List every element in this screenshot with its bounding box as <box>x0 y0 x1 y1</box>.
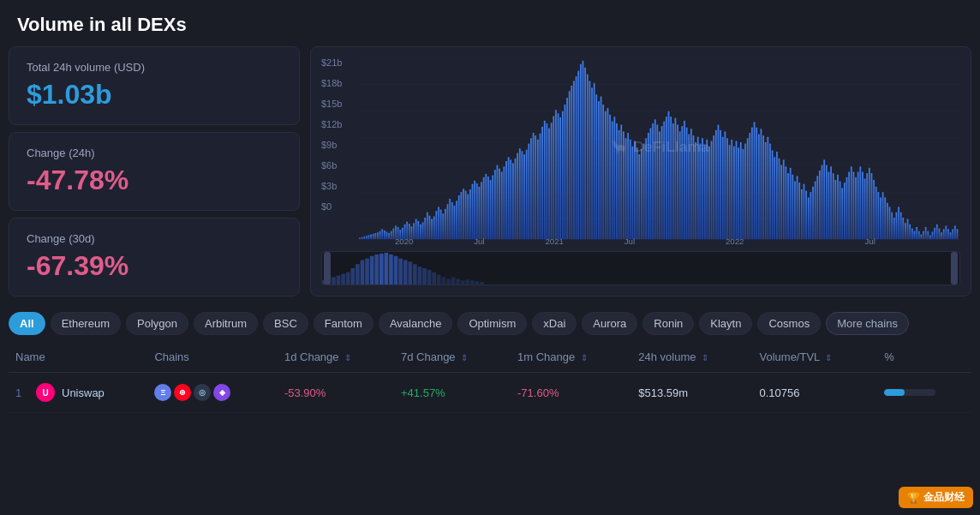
svg-rect-76 <box>512 163 514 239</box>
chain-btn-arbitrum[interactable]: Arbitrum <box>194 312 258 335</box>
svg-rect-94 <box>553 116 554 239</box>
chain-btn-ethereum[interactable]: Ethereum <box>51 312 121 335</box>
chain-btn-more[interactable]: More chains <box>826 312 909 335</box>
chain-btn-bsc[interactable]: BSC <box>263 312 308 335</box>
svg-rect-191 <box>772 150 774 239</box>
svg-rect-242 <box>887 203 888 239</box>
svg-rect-218 <box>833 173 834 239</box>
chain-btn-cosmos[interactable]: Cosmos <box>757 312 821 335</box>
svg-rect-73 <box>505 161 507 239</box>
svg-rect-229 <box>858 172 859 240</box>
svg-rect-145 <box>668 111 670 239</box>
svg-rect-215 <box>826 165 828 239</box>
chart-svg-area: 2020 Jul 2021 Jul 2022 Jul 🦙 DeFiLlama <box>359 57 960 246</box>
row-1d-change: -53.90% <box>278 373 394 413</box>
token-name[interactable]: Uniswap <box>62 386 105 399</box>
row-1m-change: -71.60% <box>511 373 631 413</box>
svg-rect-302 <box>422 268 427 284</box>
svg-rect-312 <box>470 280 475 284</box>
svg-rect-308 <box>451 277 456 284</box>
svg-rect-44 <box>440 210 442 240</box>
svg-rect-199 <box>790 168 792 239</box>
chain-btn-ronin[interactable]: Ronin <box>642 312 694 335</box>
col-1d-change[interactable]: 1d Change ⇕ <box>278 342 394 373</box>
svg-rect-68 <box>494 170 496 239</box>
sort-icon-vol-tvl: ⇕ <box>825 353 832 362</box>
svg-rect-109 <box>587 75 589 240</box>
svg-rect-172 <box>729 145 731 239</box>
col-1m-change[interactable]: 1m Change ⇕ <box>511 342 631 373</box>
chain-filter-bar: All Ethereum Polygon Arbitrum BSC Fantom… <box>0 305 980 342</box>
chart-minimap[interactable] <box>321 251 960 285</box>
col-7d-change[interactable]: 7d Change ⇕ <box>394 342 511 373</box>
table-row[interactable]: 1 U Uniswap Ξ ⊕ ◎ ◈ <box>9 373 971 413</box>
svg-rect-10 <box>363 237 365 239</box>
svg-rect-247 <box>898 207 899 239</box>
svg-rect-270 <box>950 232 952 239</box>
svg-rect-59 <box>474 181 475 239</box>
svg-rect-267 <box>943 229 945 239</box>
svg-text:🦙 DeFiLlama: 🦙 DeFiLlama <box>610 139 709 156</box>
minimap-right-handle[interactable] <box>951 252 958 284</box>
svg-rect-148 <box>675 118 677 239</box>
svg-rect-290 <box>365 259 369 284</box>
svg-rect-35 <box>420 225 421 239</box>
svg-rect-89 <box>541 127 543 239</box>
svg-rect-177 <box>740 142 742 239</box>
svg-rect-11 <box>366 236 368 239</box>
svg-text:Jul: Jul <box>474 238 484 246</box>
svg-rect-80 <box>522 151 523 239</box>
chain-btn-fantom[interactable]: Fantom <box>314 312 373 335</box>
svg-rect-84 <box>530 138 532 239</box>
svg-rect-181 <box>749 133 750 239</box>
change-24h-value: -47.78% <box>27 165 282 196</box>
svg-rect-92 <box>548 129 550 240</box>
svg-rect-60 <box>476 183 478 239</box>
svg-rect-271 <box>952 229 953 239</box>
svg-rect-209 <box>812 187 814 239</box>
svg-rect-249 <box>902 218 904 239</box>
chain-btn-polygon[interactable]: Polygon <box>126 312 188 335</box>
change-30d-label: Change (30d) <box>27 232 282 245</box>
svg-rect-296 <box>394 256 398 284</box>
chain-btn-all[interactable]: All <box>9 312 45 335</box>
chart-container: $21b $18b $15b $12b $9b $6b $3b $0 <box>321 57 960 246</box>
svg-rect-161 <box>704 145 706 239</box>
svg-rect-159 <box>700 144 702 240</box>
svg-rect-29 <box>406 222 408 239</box>
svg-rect-243 <box>889 207 891 239</box>
svg-rect-256 <box>918 231 920 239</box>
chain-btn-xdai[interactable]: xDai <box>532 312 577 335</box>
svg-rect-170 <box>724 131 726 239</box>
minimap-left-handle[interactable] <box>324 252 331 284</box>
chain-btn-optimism[interactable]: Optimism <box>457 312 527 335</box>
svg-rect-184 <box>756 128 757 239</box>
chain-btn-aurora[interactable]: Aurora <box>582 312 637 335</box>
svg-rect-297 <box>398 259 403 284</box>
svg-rect-102 <box>571 86 572 239</box>
svg-rect-28 <box>404 225 406 239</box>
svg-rect-43 <box>438 207 439 239</box>
svg-rect-310 <box>461 280 465 284</box>
col-percent: % <box>877 342 971 373</box>
svg-rect-236 <box>873 180 875 239</box>
col-24h-volume[interactable]: 24h volume ⇕ <box>631 342 752 373</box>
svg-rect-167 <box>718 125 720 240</box>
svg-rect-265 <box>939 229 941 240</box>
svg-rect-121 <box>613 117 615 239</box>
svg-rect-207 <box>808 197 810 239</box>
svg-rect-97 <box>559 117 561 239</box>
col-volume-tvl[interactable]: Volume/TVL ⇕ <box>753 342 878 373</box>
svg-rect-118 <box>607 108 609 239</box>
svg-rect-238 <box>877 192 879 239</box>
svg-rect-235 <box>871 173 873 239</box>
svg-rect-104 <box>576 76 577 239</box>
svg-rect-117 <box>605 111 607 239</box>
chain-arb-icon: ◎ <box>194 384 211 401</box>
svg-rect-195 <box>780 165 782 239</box>
svg-rect-15 <box>374 233 376 239</box>
chain-btn-klaytn[interactable]: Klaytn <box>699 312 752 335</box>
chain-btn-avalanche[interactable]: Avalanche <box>379 312 452 335</box>
sort-icon-volume: ⇕ <box>702 353 708 362</box>
svg-rect-241 <box>884 197 886 239</box>
